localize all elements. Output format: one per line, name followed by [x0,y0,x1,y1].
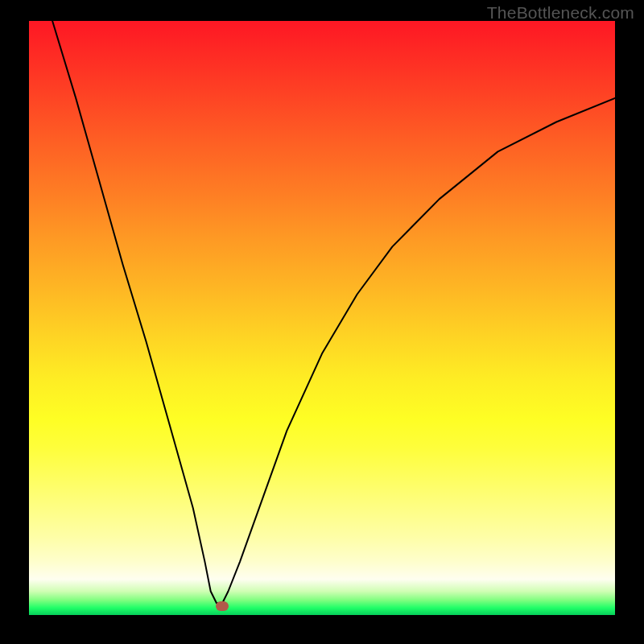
optimum-marker [216,601,229,611]
chart-frame: TheBottleneck.com [0,0,644,644]
watermark-text: TheBottleneck.com [487,3,634,23]
plot-area [29,21,615,615]
bottleneck-curve [29,21,615,615]
